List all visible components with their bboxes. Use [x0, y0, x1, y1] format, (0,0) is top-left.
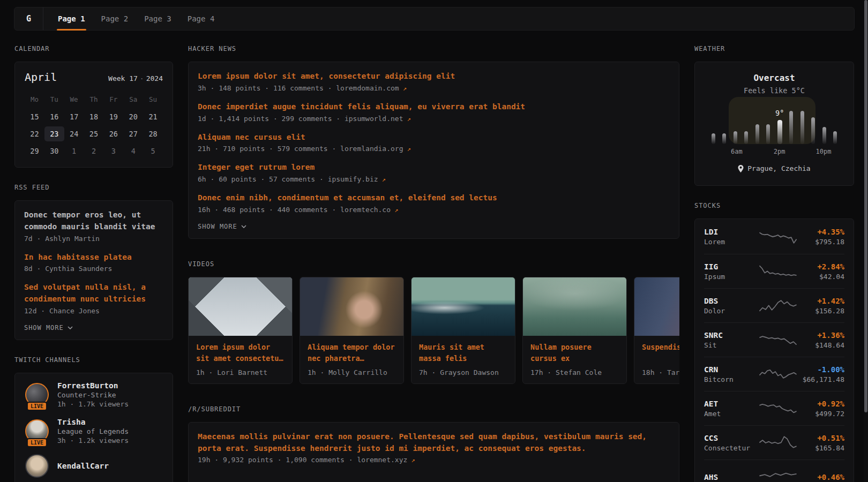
rss-show-more-button[interactable]: SHOW MORE [24, 324, 163, 332]
twitch-label: TWITCH CHANNELS [14, 356, 173, 364]
feed-item-meta: 12d · Chance Jones [24, 307, 163, 315]
weather-feels-like: Feels like 5°C [704, 86, 844, 95]
scrollbar-thumb[interactable] [864, 0, 867, 412]
weather-time-axis: 6am2pm10pm [709, 148, 839, 156]
calendar-day-cell: 3 [103, 144, 123, 159]
video-meta: 1h · Lori Barnett [196, 368, 285, 376]
calendar-label: CALENDAR [14, 45, 173, 52]
weather-hour-bar [811, 117, 815, 144]
avatar: LIVE [24, 419, 50, 443]
stock-row[interactable]: LDI Lorem +4.35% $795.18 [704, 220, 844, 254]
stock-name: Dolor [704, 307, 759, 315]
feed-item: In hac habitasse platea 8d · Cynthia Sau… [24, 252, 163, 273]
video-card[interactable]: Suspendisse diam 18h · Tara [634, 277, 679, 384]
video-meta: 17h · Stefan Cole [530, 368, 619, 376]
feed-item-title[interactable]: Donec enim nibh, condimentum et accumsan… [198, 192, 670, 204]
feed-item-title[interactable]: Maecenas mollis pulvinar erat non posuer… [198, 431, 670, 455]
video-title: Suspendisse diam [642, 342, 679, 365]
chevron-down-icon [241, 225, 246, 228]
feed-item-title[interactable]: Integer eget rutrum lorem [198, 162, 670, 174]
page-tabs: Page 1 Page 2 Page 3 Page 4 [43, 7, 222, 30]
calendar-month: April [25, 71, 57, 84]
twitch-channel-row[interactable]: LIVE ForrestBurton Counter-Strike 1h · 1… [24, 381, 163, 408]
time-axis-label: 6am [731, 148, 743, 155]
calendar-day-cell: 26 [103, 126, 123, 141]
twitch-channel-row[interactable]: LIVE Trisha League of Legends 3h · 1.2k … [24, 418, 163, 445]
weather-location: Prague, Czechia [704, 164, 844, 172]
stock-ticker: DBS [704, 297, 759, 305]
feed-item-meta: 21h · 710 points · 579 comments · loreml… [198, 145, 670, 153]
stock-row[interactable]: DBS Dolor +1.42% $156.28 [704, 288, 844, 322]
feed-item-title[interactable]: Lorem ipsum dolor sit amet, consectetur … [198, 71, 670, 82]
video-card[interactable]: Lorem ipsum dolor sit amet consectetu… 1… [188, 277, 293, 384]
stock-sparkline [759, 365, 797, 383]
feed-item-title[interactable]: Donec imperdiet augue tincidunt felis al… [198, 101, 670, 113]
channel-game: Counter-Strike [57, 391, 129, 399]
stock-row[interactable]: AET Amet +0.92% $499.72 [704, 391, 844, 425]
external-link-icon: ↗ [391, 206, 398, 214]
video-card[interactable]: Nullam posuere cursus ex 17h · Stefan Co… [522, 277, 627, 384]
calendar-day-cell: 1 [64, 144, 84, 159]
twitch-channel-row[interactable]: LIVE KendallCarr [24, 454, 163, 478]
page-tab[interactable]: Page 2 [93, 7, 137, 30]
calendar-day-header: Su [143, 92, 163, 107]
feed-item-title[interactable]: In hac habitasse platea [24, 252, 163, 263]
stock-name: Lorem [704, 238, 759, 246]
channel-viewers: 1h · 1.7k viewers [57, 400, 129, 408]
stock-sparkline [759, 262, 797, 281]
stock-row[interactable]: CCS Consectetur +0.51% $165.84 [704, 425, 844, 460]
stock-sparkline [759, 297, 797, 315]
calendar-day-header: Fr [103, 92, 123, 107]
stock-sparkline [759, 468, 797, 482]
calendar-widget: CALENDAR April Week 17·2024 MoTuWeThFrSa… [14, 45, 173, 168]
videos-row: Lorem ipsum dolor sit amet consectetu… 1… [188, 277, 679, 384]
rss-label: RSS FEED [14, 184, 173, 191]
live-badge: LIVE [27, 438, 47, 447]
page-tab[interactable]: Page 3 [136, 7, 179, 30]
avatar: LIVE [24, 454, 50, 478]
channel-name: ForrestBurton [57, 381, 129, 390]
video-thumbnail [411, 277, 515, 336]
hn-show-more-button[interactable]: SHOW MORE [198, 223, 670, 230]
video-thumbnail [523, 277, 626, 336]
video-card[interactable]: Aliquam tempor dolor nec pharetra… 1h · … [300, 277, 404, 384]
feed-item-title[interactable]: Sed volutpat nulla nisl, a condimentum n… [24, 282, 163, 305]
stock-ticker: CRN [704, 365, 759, 374]
page-tab[interactable]: Page 1 [50, 7, 93, 30]
stock-row[interactable]: AHS +0.46% [704, 460, 844, 482]
external-link-icon: ↗ [407, 456, 415, 464]
calendar-day-cell: 30 [44, 144, 64, 159]
stock-row[interactable]: SNRC Sit +1.36% $148.64 [704, 322, 844, 357]
stock-row[interactable]: CRN Bitcorn -1.00% $66,171.48 [704, 357, 844, 391]
feed-item-meta: 6h · 60 points · 57 comments · ipsumify.… [198, 175, 670, 183]
stock-sparkline [759, 331, 797, 349]
stock-price: $42.04 [797, 273, 844, 281]
stock-change-percent: -1.00% [797, 365, 844, 374]
time-axis-label: 10pm [816, 148, 832, 155]
video-thumbnail [634, 277, 679, 336]
app-logo[interactable]: G [14, 7, 43, 30]
page-scrollbar[interactable] [864, 0, 868, 482]
stock-change-percent: +2.84% [797, 262, 844, 271]
stock-name: Amet [704, 410, 759, 418]
avatar: LIVE [24, 383, 50, 406]
weather-hour-bar [800, 111, 804, 144]
video-thumbnail [300, 277, 403, 336]
feed-item-title[interactable]: Aliquam nec cursus elit [198, 132, 670, 144]
calendar-day-cell: 4 [123, 144, 143, 159]
weather-hour-bar [755, 124, 759, 144]
page-tab[interactable]: Page 4 [179, 7, 223, 30]
feed-item-title[interactable]: Donec tempor eros leo, ut commodo mauris… [24, 209, 163, 233]
dashboard-grid: CALENDAR April Week 17·2024 MoTuWeThFrSa… [14, 45, 854, 482]
stock-name: Ipsum [704, 273, 759, 281]
calendar-day-cell: 20 [123, 109, 143, 124]
time-axis-label: 2pm [774, 148, 785, 155]
stock-row[interactable]: IIG Ipsum +2.84% $42.04 [704, 254, 844, 288]
feed-item-meta: 8d · Cynthia Saunders [24, 265, 163, 273]
video-card[interactable]: Mauris sit amet massa felis 7h · Grayson… [411, 277, 515, 384]
hacker-news-card: Lorem ipsum dolor sit amet, consectetur … [188, 62, 679, 239]
current-temp-label: 9° [775, 109, 784, 117]
weather-condition: Overcast [704, 73, 844, 83]
calendar-day-cell: 24 [64, 126, 84, 141]
twitch-widget: TWITCH CHANNELS LIVE ForrestBurton Count… [14, 356, 173, 482]
